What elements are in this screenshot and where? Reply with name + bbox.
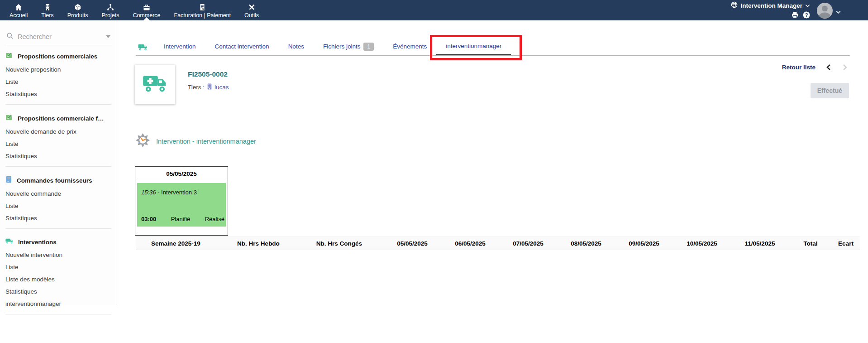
sidebar-section-title: Interventions [18,239,57,246]
event-planned-label: Planifié [171,216,191,222]
divider [5,228,111,229]
nav-label: Tiers [41,12,53,19]
tab-fichiers-joints[interactable]: Fichiers joints 1 [314,38,383,55]
sidebar-section-commandes-fournisseurs: Commandes fournisseurs Nouvelle commande… [0,169,116,232]
sidebar-item-statistiques[interactable]: Statistiques [5,150,111,162]
help-icon[interactable]: ? [803,11,810,19]
sidebar-section-propositions: Propositions commerciales Nouvelle propo… [0,45,116,107]
nav-label: Commerce [133,12,160,19]
tab-intervention[interactable]: Intervention [154,38,205,55]
briefcase-icon [143,3,150,11]
supplier-order-icon [5,176,12,185]
sidebar-section-propositions-fournisseurs: Propositions commerciale f… Nouvelle dem… [0,107,116,169]
sidebar-item-nouvelle-commande[interactable]: Nouvelle commande [5,188,111,200]
sidebar-item-nouvelle-demande-de-prix[interactable]: Nouvelle demande de prix [5,126,111,138]
week-table-header: Semaine 2025-19 Nb. Hrs Hebdo Nb. Hrs Co… [136,237,860,250]
user-menu[interactable]: Intervention Manager [731,1,810,10]
svg-text:?: ? [805,12,808,18]
tiers-link[interactable]: lucas [215,84,229,91]
col-day-6: 10/05/2025 [673,240,731,247]
sidebar-item-statistiques[interactable]: Statistiques [5,88,111,100]
sidebar-section-header[interactable]: Propositions commerciale f… [5,114,111,123]
nav-item-facturation[interactable]: $ Facturation | Paiement [167,0,238,20]
proposal-icon [5,52,13,61]
back-to-list-link[interactable]: Retour liste [782,64,816,71]
nav-label: Facturation | Paiement [174,12,231,19]
tab-notes[interactable]: Notes [279,38,314,55]
sidebar-section-title: Commandes fournisseurs [17,177,92,184]
tab-label: Fichiers joints [323,43,361,50]
nav-label: Outils [244,12,259,19]
col-semaine: Semaine 2025-19 [136,240,222,247]
record-pagination: Retour liste [782,64,848,71]
user-avatar-menu[interactable] [816,2,841,21]
event-done-label: Réalisé [205,216,224,222]
module-section-title: Intervention - interventionmanager [135,133,256,150]
sidebar-item-statistiques[interactable]: Statistiques [5,212,111,224]
sidebar-item-statistiques[interactable]: Statistiques [5,285,111,298]
divider [5,166,111,167]
sidebar-item-interventionmanager[interactable]: interventionmanager [5,298,111,310]
nav-item-accueil[interactable]: Accueil [3,0,34,20]
chevron-left-icon[interactable] [825,64,832,71]
sidebar: Propositions commerciales Nouvelle propo… [0,20,116,305]
globe-icon [731,1,738,10]
bill-icon: $ [199,3,205,11]
chevron-right-icon[interactable] [842,64,848,71]
avatar [816,2,833,21]
col-nb-hrs-hebdo: Nb. Hrs Hebdo [222,240,295,247]
sidebar-item-liste-des-modeles[interactable]: Liste des modèles [5,273,111,285]
search-input[interactable] [18,33,106,40]
chevron-down-icon [805,2,810,9]
calendar-day-cell: 05/05/2025 15:36 - Intervention 3 03:00 … [135,166,228,236]
sidebar-section-header[interactable]: Propositions commerciales [5,52,111,61]
sidebar-item-nouvelle-proposition[interactable]: Nouvelle proposition [5,63,111,76]
sidebar-section-header[interactable]: Interventions [5,238,111,246]
record-thumbnail [135,65,175,104]
col-nb-hrs-conges: Nb. Hrs Congés [295,240,383,247]
nav-item-commerce[interactable]: Commerce [126,0,167,20]
col-day-7: 11/05/2025 [731,240,789,247]
search-caret-icon[interactable] [106,35,110,38]
user-menu-label: Intervention Manager [740,2,802,9]
sidebar-item-liste[interactable]: Liste [5,138,111,150]
main-content: Intervention Contact intervention Notes … [116,20,868,343]
nav-item-tiers[interactable]: Tiers [34,0,60,20]
col-total: Total [789,240,832,247]
truck-icon [138,43,148,51]
tab-interventionmanager[interactable]: interventionmanager [436,38,511,55]
col-day-1: 05/05/2025 [383,240,441,247]
tiers-label: Tiers : [188,84,205,91]
sidebar-section-interventions: Interventions Nouvelle intervention List… [0,232,116,317]
main-menu: Accueil Tiers Produits Projets Commerce [0,0,266,20]
calendar-event[interactable]: 15:36 - Intervention 3 03:00 Planifié Ré… [137,183,226,227]
tab-contact-intervention[interactable]: Contact intervention [205,38,279,55]
nav-item-produits[interactable]: Produits [61,0,95,20]
nav-item-projets[interactable]: Projets [95,0,126,20]
sidebar-item-liste[interactable]: Liste [5,261,111,273]
event-duration: 03:00 [141,216,156,222]
printer-icon[interactable] [791,11,799,19]
search-icon [6,32,14,41]
truck-icon [5,238,14,246]
event-time: 15:36 [141,189,156,196]
calendar-date-header: 05/05/2025 [135,167,228,181]
sidebar-item-liste[interactable]: Liste [5,76,111,88]
divider [5,104,111,105]
tab-evenements[interactable]: Événements [383,38,436,55]
col-day-5: 09/05/2025 [615,240,673,247]
done-button[interactable]: Effectué [811,83,849,98]
sidebar-section-title: Propositions commerciale f… [18,115,104,122]
cube-icon [74,3,81,11]
nav-item-outils[interactable]: Outils [238,0,266,20]
nav-label: Projets [101,12,119,19]
proposal-icon [5,114,13,123]
event-separator: - [156,189,162,196]
nav-label: Accueil [10,12,28,19]
record-ref: FI2505-0002 [188,70,229,78]
sidebar-item-liste[interactable]: Liste [5,200,111,212]
chevron-down-icon [836,8,841,16]
sidebar-item-nouvelle-intervention[interactable]: Nouvelle intervention [5,249,111,261]
sidebar-section-header[interactable]: Commandes fournisseurs [5,176,111,185]
search-box [6,32,112,45]
